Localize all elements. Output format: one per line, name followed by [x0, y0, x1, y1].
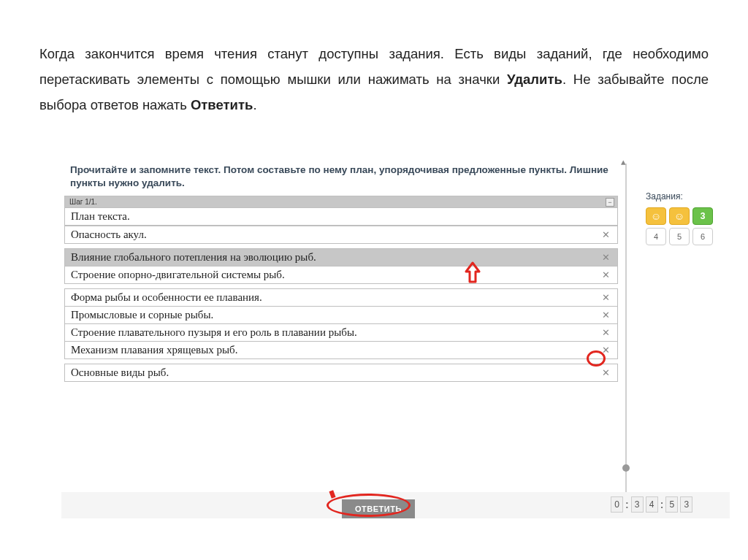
list-item[interactable]: Промысловые и сорные рыбы. ✕: [64, 306, 618, 324]
task-button-4[interactable]: 4: [646, 228, 666, 245]
scroll-up-icon[interactable]: ▴: [621, 156, 626, 167]
task-button-5[interactable]: 5: [669, 228, 690, 245]
tasks-title: Задания:: [646, 191, 726, 202]
list-item[interactable]: Механизм плавания хрящевых рыб. ✕: [64, 341, 618, 359]
annotation-arrow-icon: [463, 261, 482, 283]
list-item-label: Строение опорно-двигательной системы рыб…: [71, 269, 285, 281]
task-button-2[interactable]: ☺: [669, 207, 690, 225]
instruction-text-c: .: [253, 97, 256, 112]
list-item[interactable]: Строение опорно-двигательной системы рыб…: [64, 266, 618, 284]
list-item-label: Форма рыбы и особенности ее плавания.: [71, 291, 262, 304]
delete-icon[interactable]: ✕: [600, 229, 611, 240]
list-item-label: Основные виды рыб.: [71, 367, 169, 379]
tasks-sidebar: Задания: ☺ ☺ 3 4 5 6: [646, 191, 726, 248]
delete-icon[interactable]: ✕: [600, 327, 611, 338]
instruction-bold-answer: Ответить: [191, 97, 253, 112]
delete-icon[interactable]: ✕: [600, 292, 611, 303]
annotation-circle-delete-icon: [587, 350, 606, 367]
timer: 0 : 3 4 : 5 3: [611, 496, 692, 513]
timer-colon: :: [625, 499, 629, 510]
list-item[interactable]: Основные виды рыб. ✕: [64, 364, 618, 382]
step-bar: Шаг 1/1. −: [64, 196, 618, 208]
list-item-label: Влияние глобального потепления на эволюц…: [71, 251, 316, 264]
list-item-label: Механизм плавания хрящевых рыб.: [71, 344, 237, 356]
scroll-thumb[interactable]: [622, 464, 630, 472]
instruction-bold-delete: Удалить: [507, 72, 562, 87]
task-button-3[interactable]: 3: [692, 207, 713, 225]
timer-digit: 4: [646, 496, 658, 513]
delete-icon[interactable]: ✕: [600, 310, 611, 321]
delete-icon[interactable]: ✕: [600, 269, 611, 280]
step-label: Шаг 1/1.: [69, 198, 97, 206]
delete-icon[interactable]: ✕: [600, 252, 611, 263]
delete-icon[interactable]: ✕: [600, 367, 611, 378]
collapse-icon[interactable]: −: [606, 198, 614, 207]
list-item[interactable]: Опасность акул. ✕: [64, 226, 618, 244]
timer-digit: 3: [631, 496, 644, 513]
app-panel: Прочитайте и запомните текст. Потом сост…: [64, 159, 730, 525]
timer-digit: 5: [665, 496, 678, 513]
task-button-6[interactable]: 6: [692, 228, 713, 245]
task-button-1[interactable]: ☺: [646, 207, 666, 225]
list-item[interactable]: Влияние глобального потепления на эволюц…: [64, 248, 618, 266]
list-item-label: Строение плавательного пузыря и его роль…: [71, 326, 357, 339]
list-item-label: Опасность акул.: [71, 229, 147, 241]
list-item[interactable]: Форма рыбы и особенности ее плавания. ✕: [64, 288, 618, 307]
scrollbar-track[interactable]: [625, 164, 627, 499]
question-prompt: Прочитайте и запомните текст. Потом сост…: [64, 159, 618, 196]
annotation-circle-answer-icon: [327, 494, 411, 517]
list-item[interactable]: Строение плавательного пузыря и его роль…: [64, 323, 618, 342]
timer-digit: 3: [680, 496, 692, 513]
timer-digit: 0: [611, 496, 623, 513]
list-item-label: Промысловые и сорные рыбы.: [71, 309, 213, 321]
instruction-paragraph: Когда закончится время чтения станут дос…: [0, 0, 748, 118]
plan-title: План текста.: [64, 208, 618, 226]
timer-colon: :: [660, 499, 664, 510]
